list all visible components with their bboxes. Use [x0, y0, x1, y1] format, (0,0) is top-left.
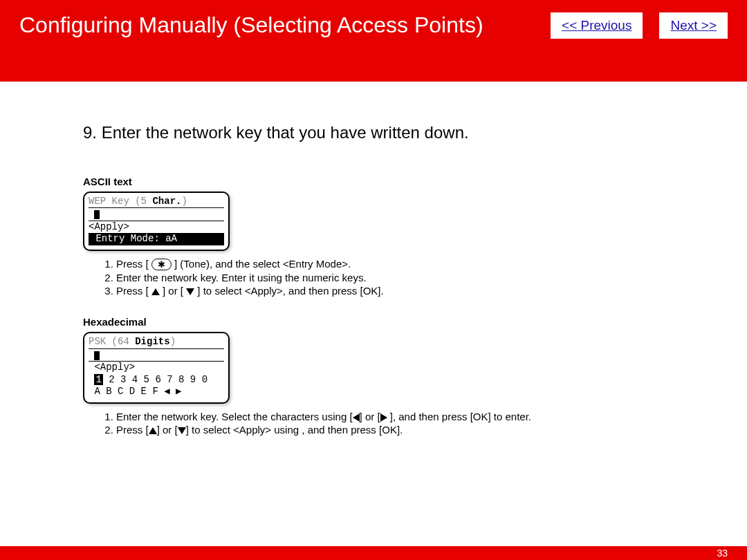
hex-instructions: Enter the network key. Select the charac…	[83, 411, 664, 436]
ascii-label: ASCII text	[83, 176, 664, 187]
ascii-instructions: Press [ ✱ ] (Tone), and the select <Entr…	[83, 258, 664, 297]
lcd-text: WEP Key	[89, 196, 135, 207]
page-title: Configuring Manually (Selecting Access P…	[19, 12, 534, 38]
text: ] to select <Apply>, and then press [OK]…	[194, 285, 384, 297]
step-number: 9.	[83, 123, 97, 142]
list-item: Enter the network key. Enter it using th…	[116, 272, 664, 283]
lcd-text: (5	[135, 196, 152, 207]
ascii-lcd: WEP Key (5 Char.) <Apply> Entry Mode: aA	[83, 192, 230, 251]
lcd-text: Char.	[152, 196, 181, 207]
left-arrow-icon	[353, 413, 360, 422]
list-item: Press [ ✱ ] (Tone), and the select <Entr…	[116, 258, 664, 271]
previous-button[interactable]: << Previous	[551, 12, 643, 39]
text: ] to select <Apply> using , and then pre…	[186, 424, 403, 436]
step-heading: 9. Enter the network key that you have w…	[83, 123, 664, 142]
down-arrow-icon	[186, 288, 194, 295]
up-arrow-icon	[149, 427, 157, 434]
up-arrow-icon	[151, 288, 160, 295]
lcd-text: )	[181, 196, 187, 207]
page-number: 33	[717, 548, 728, 559]
right-arrow-icon	[380, 413, 387, 422]
content: 9. Enter the network key that you have w…	[0, 82, 747, 436]
hex-label: Hexadecimal	[83, 316, 664, 328]
hex-lcd: PSK (64 Digits) <Apply> 1 2 3 4 5 6 7 8 …	[83, 332, 230, 403]
header-bar: Configuring Manually (Selecting Access P…	[0, 0, 747, 82]
step-text: Enter the network key that you have writ…	[102, 123, 469, 142]
text: ] (Tone), and the select <Entry Mode>.	[172, 258, 351, 270]
text: Press [	[116, 258, 151, 270]
lcd-selected-char: 1	[94, 374, 102, 385]
lcd-text: )	[170, 336, 176, 347]
lcd-text: Digits	[135, 336, 169, 347]
text: Press [	[116, 424, 149, 436]
list-item: Press [ ] or [ ] to select <Apply>, and …	[116, 285, 664, 297]
lcd-text: <Apply>	[89, 362, 224, 374]
text: ] or [	[157, 424, 178, 436]
text: ] or [	[160, 285, 186, 297]
footer-bar: 33	[0, 546, 747, 560]
text: Press [	[116, 285, 151, 297]
lcd-text: (64	[112, 336, 136, 347]
next-button[interactable]: Next >>	[659, 12, 728, 39]
lcd-selected-row: Entry Mode: aA	[89, 233, 224, 245]
list-item: Press [] or [] to select <Apply> using ,…	[116, 424, 664, 436]
list-item: Enter the network key. Select the charac…	[116, 411, 664, 422]
text: ] or [	[360, 411, 380, 422]
cursor-icon	[94, 210, 100, 219]
lcd-text: 2 3 4 5 6 7 8 9 0	[103, 374, 208, 385]
down-arrow-icon	[178, 427, 186, 434]
text: ], and then press [OK] to enter.	[387, 411, 531, 422]
tone-key-icon: ✱	[151, 259, 172, 270]
lcd-text: <Apply>	[89, 221, 224, 234]
text: Enter the network key. Select the charac…	[116, 411, 353, 422]
cursor-icon	[94, 351, 100, 360]
lcd-text: A B C D E F ◀ ▶	[89, 386, 224, 398]
lcd-text: PSK	[89, 336, 112, 347]
